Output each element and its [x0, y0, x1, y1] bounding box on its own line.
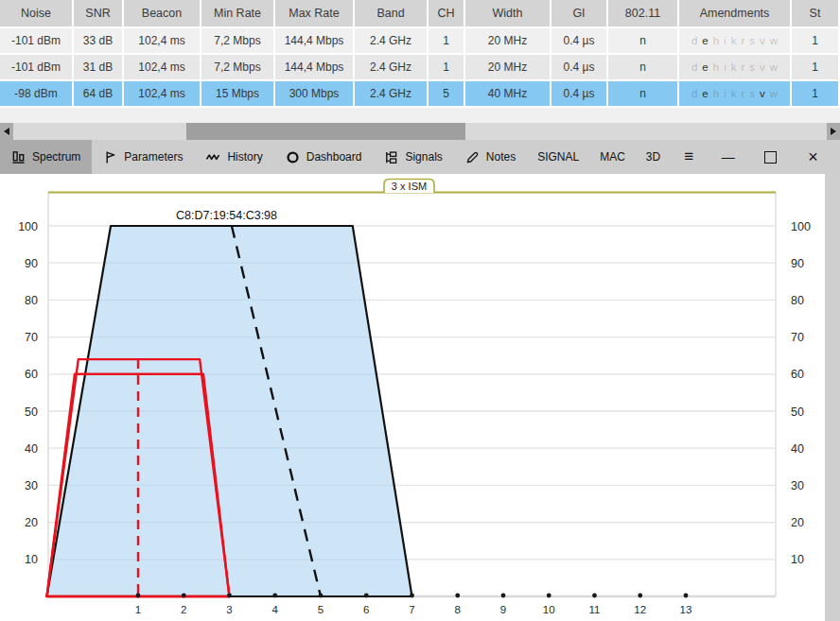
scroll-right-button[interactable]	[827, 123, 840, 140]
y-axis-label-left: 80	[25, 294, 38, 307]
amendment-letter: i	[724, 88, 726, 99]
x-axis-label: 11	[589, 604, 601, 615]
view-tab-bar: SpectrumParametersHistoryDashboardSignal…	[0, 140, 840, 174]
table-cell: 7,2 Mbps	[201, 55, 275, 79]
y-axis-label-right: 50	[791, 405, 804, 419]
tab-3d[interactable]: 3D	[636, 140, 671, 174]
y-axis-label-right: 20	[791, 516, 804, 529]
scroll-left-button[interactable]	[0, 123, 13, 140]
menu-button[interactable]: ≡	[671, 140, 707, 174]
table-cell-amendments: dehikrsvw	[679, 28, 792, 53]
y-axis-label-right: 10	[791, 553, 804, 566]
table-cell: -98 dBm	[0, 81, 74, 106]
amendment-letter: i	[724, 35, 726, 46]
amendment-letter: v	[760, 61, 765, 73]
amendment-letter: h	[713, 35, 719, 46]
scrollbar-thumb[interactable]	[186, 123, 465, 140]
tab-label: Notes	[486, 150, 516, 164]
y-axis-label-left: 60	[25, 368, 38, 381]
x-axis-label: 9	[500, 604, 506, 615]
channel-dot	[547, 594, 551, 598]
column-header-band[interactable]: Band	[355, 0, 429, 26]
table-cell: 0.4 µs	[551, 81, 608, 106]
amendment-letter: w	[770, 35, 778, 46]
tab-dashboard[interactable]: Dashboard	[274, 140, 374, 174]
maximize-button[interactable]	[749, 140, 792, 174]
amendment-letter: k	[731, 61, 737, 73]
amendment-letter: d	[691, 35, 697, 46]
table-cell: 1	[792, 81, 840, 106]
amendment-letter: s	[749, 35, 755, 46]
tab-spectrum[interactable]: Spectrum	[0, 140, 92, 174]
amendment-letter: v	[760, 35, 765, 46]
y-axis-label-right: 90	[791, 257, 804, 270]
amendment-letter: h	[713, 61, 719, 73]
column-header-beacon[interactable]: Beacon	[124, 0, 201, 26]
column-header-noise[interactable]: Noise	[0, 0, 74, 26]
spectrum-icon	[11, 150, 26, 164]
channel-dot	[182, 594, 186, 598]
column-header-amendments[interactable]: Amendments	[679, 0, 792, 26]
signal-mac-label: C8:D7:19:54:C3:98	[176, 209, 277, 222]
y-axis-label-right: 100	[791, 220, 811, 233]
arrow-right-icon	[831, 128, 836, 135]
x-axis-label: 13	[680, 604, 692, 615]
channel-dot	[272, 594, 277, 598]
table-cell: 2.4 GHz	[355, 81, 429, 106]
x-axis-label: 3	[226, 604, 232, 615]
table-cell: 1	[429, 55, 465, 79]
column-header-ch[interactable]: CH	[429, 0, 465, 26]
x-axis-label: 1	[135, 604, 141, 615]
y-axis-label-left: 40	[25, 442, 38, 456]
column-header-802-11[interactable]: 802.11	[608, 0, 679, 26]
channel-dot	[455, 594, 460, 598]
amendment-letter: r	[741, 61, 744, 73]
column-header-st[interactable]: St	[792, 0, 840, 26]
table-cell: -101 dBm	[0, 55, 74, 79]
channel-dot	[364, 594, 369, 598]
column-header-gi[interactable]: GI	[551, 0, 608, 26]
tab-history[interactable]: History	[194, 140, 273, 174]
close-button[interactable]: ×	[792, 140, 834, 174]
y-axis-label-right: 60	[791, 368, 804, 381]
table-cell: 2.4 GHz	[355, 28, 429, 53]
y-axis-label-left: 100	[18, 220, 38, 233]
horizontal-scrollbar[interactable]	[0, 123, 840, 140]
table-row[interactable]: -101 dBm31 dB102,4 ms7,2 Mbps144,4 Mbps2…	[0, 55, 840, 81]
amendment-letter: s	[749, 88, 755, 99]
table-cell: n	[608, 55, 679, 79]
tab-signal[interactable]: SIGNAL	[527, 140, 589, 174]
amendment-letter: e	[702, 35, 708, 46]
tab-parameters[interactable]: Parameters	[92, 140, 194, 174]
y-axis-label-left: 90	[25, 257, 38, 270]
column-header-max-rate[interactable]: Max Rate	[275, 0, 355, 26]
spectrum-chart-area: 3 x ISM100100909080807070606050504040303…	[0, 174, 840, 621]
amendment-letter: w	[770, 88, 778, 99]
y-axis-label-left: 50	[25, 405, 38, 419]
signal-shape[interactable]	[47, 226, 412, 596]
flag-icon	[103, 150, 117, 164]
column-header-width[interactable]: Width	[465, 0, 551, 26]
amendment-letter: v	[760, 88, 765, 99]
x-axis-label: 4	[272, 604, 279, 615]
tab-label: History	[227, 150, 262, 164]
tab-signals[interactable]: Signals	[373, 140, 453, 174]
amendment-letter: e	[702, 88, 708, 99]
tab-label: Spectrum	[32, 150, 80, 164]
maximize-icon	[764, 151, 777, 164]
column-header-min-rate[interactable]: Min Rate	[201, 0, 275, 26]
channel-dot	[410, 594, 414, 598]
right-side-panel-strip	[825, 174, 840, 621]
table-row[interactable]: -98 dBm64 dB102,4 ms15 Mbps300 Mbps2.4 G…	[0, 81, 840, 108]
column-header-snr[interactable]: SNR	[74, 0, 124, 26]
minimize-button[interactable]: —	[707, 140, 749, 174]
x-axis-label: 2	[181, 604, 186, 615]
amendment-letter: d	[691, 61, 697, 73]
y-axis-label-right: 80	[791, 294, 804, 307]
table-header-row: NoiseSNRBeaconMin RateMax RateBandCHWidt…	[0, 0, 840, 28]
tab-mac[interactable]: MAC	[589, 140, 636, 174]
y-axis-label-right: 30	[791, 479, 804, 492]
table-row[interactable]: -101 dBm33 dB102,4 ms7,2 Mbps144,4 Mbps2…	[0, 28, 840, 55]
tab-notes[interactable]: Notes	[454, 140, 527, 174]
table-cell: -101 dBm	[0, 28, 74, 53]
